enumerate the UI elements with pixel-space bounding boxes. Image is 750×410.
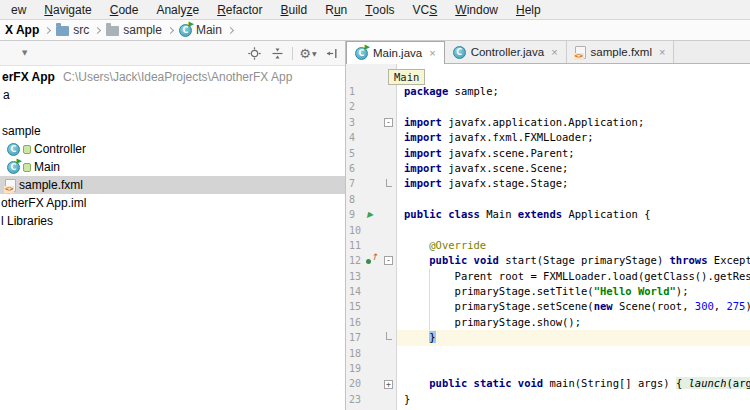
code-line[interactable]: 1package sample; xyxy=(346,84,750,99)
code-line[interactable]: 3-import javafx.application.Application; xyxy=(346,115,750,130)
code-line[interactable]: 6import javafx.scene.Scene; xyxy=(346,161,750,176)
code-line[interactable]: 4import javafx.fxml.FXMLLoader; xyxy=(346,130,750,145)
menu-run[interactable]: Run xyxy=(316,0,356,19)
locate-icon[interactable] xyxy=(246,45,262,61)
code-line[interactable]: 5import javafx.scene.Parent; xyxy=(346,146,750,161)
code-line[interactable]: 19 xyxy=(346,361,750,376)
code-line[interactable]: 2 xyxy=(346,99,750,114)
menu-tools[interactable]: Tools xyxy=(356,0,403,19)
project-dropdown-caret-icon[interactable]: ▼ xyxy=(22,49,27,57)
project-path: C:\Users\Jack\IdeaProjects\AnotherFX App xyxy=(63,70,292,84)
close-icon[interactable]: × xyxy=(551,47,557,57)
fxml-file-icon xyxy=(5,179,16,192)
code-line[interactable]: 14 primaryStage.setTitle("Hello World"); xyxy=(346,284,750,299)
code-line[interactable]: 17 } xyxy=(346,330,750,345)
gear-glyph: ⚙ xyxy=(299,46,311,61)
nav-item-x-app[interactable]: X App xyxy=(3,23,41,37)
gutter-icon-cell xyxy=(363,330,380,345)
code-line[interactable]: 20+ public static void main(String[] arg… xyxy=(346,376,750,391)
breadcrumb-crumb-main[interactable]: Main xyxy=(388,69,425,85)
menu-window[interactable]: Window xyxy=(446,0,507,19)
gutter-icon-cell xyxy=(363,223,380,238)
code-line[interactable]: 10 xyxy=(346,223,750,238)
menu-vcs[interactable]: VCS xyxy=(404,0,447,19)
editor-tab-bar: Main.java×Controller.java×sample.fxml× xyxy=(346,41,750,64)
fold-cell xyxy=(380,361,397,376)
settings-icon[interactable]: ⚙▼ xyxy=(300,45,316,61)
menu-build[interactable]: Build xyxy=(272,0,317,19)
tree-item-a[interactable]: a xyxy=(0,86,345,104)
fold-collapse-icon[interactable]: - xyxy=(384,118,393,127)
tree-item-erfx-app[interactable]: erFX AppC:\Users\Jack\IdeaProjects\Anoth… xyxy=(0,68,345,86)
code-line[interactable]: 23} xyxy=(346,392,750,407)
hide-panel-icon[interactable] xyxy=(323,45,339,61)
nav-item-sample[interactable]: sample xyxy=(104,23,164,37)
tree-item-sample-fxml[interactable]: sample.fxml xyxy=(0,176,345,194)
fold-cell xyxy=(380,392,397,407)
tree-item-label: l Libraries xyxy=(1,214,53,228)
close-icon[interactable]: × xyxy=(659,47,665,57)
menu-help[interactable]: Help xyxy=(507,0,550,19)
editor-content[interactable]: Main 1package sample;23-import javafx.ap… xyxy=(346,64,750,410)
code-line[interactable]: 9▶public class Main extends Application … xyxy=(346,207,750,222)
run-icon[interactable]: ▶ xyxy=(367,210,373,219)
code-line[interactable]: 7import javafx.stage.Stage; xyxy=(346,176,750,191)
tree-item-otherfx-app-iml[interactable]: otherFX App.iml xyxy=(0,194,345,212)
code-text xyxy=(397,223,750,238)
code-line[interactable]: 13 Parent root = FXMLLoader.load(getClas… xyxy=(346,269,750,284)
tree-item-main[interactable]: Main xyxy=(0,158,345,176)
code-line[interactable]: 16 primaryStage.show(); xyxy=(346,315,750,330)
override-method-icon[interactable] xyxy=(365,255,378,266)
tree-item-l-libraries[interactable]: l Libraries xyxy=(0,212,345,230)
menu-code[interactable]: Code xyxy=(101,0,148,19)
nav-item-src[interactable]: src xyxy=(54,23,91,37)
tab-sample-fxml[interactable]: sample.fxml× xyxy=(567,41,675,63)
menu-refactor[interactable]: Refactor xyxy=(208,0,271,19)
nav-item-main[interactable]: Main xyxy=(177,23,224,37)
tab-main-java[interactable]: Main.java× xyxy=(346,41,445,64)
line-number: 12 xyxy=(346,253,363,268)
fold-cell xyxy=(380,84,397,99)
line-number: 16 xyxy=(346,315,363,330)
gutter-icon-cell xyxy=(363,161,380,176)
tree-item-sample[interactable]: sample xyxy=(0,122,345,140)
fold-expand-icon[interactable]: + xyxy=(384,380,393,389)
code-text xyxy=(397,192,750,207)
code-text: import javafx.fxml.FXMLLoader; xyxy=(397,130,750,145)
fold-cell xyxy=(380,346,397,361)
code-line[interactable]: 12- public void start(Stage primaryStage… xyxy=(346,253,750,268)
code-text: Parent root = FXMLLoader.load(getClass()… xyxy=(397,269,750,284)
nav-item-label: Main xyxy=(196,23,222,37)
menu-navigate[interactable]: Navigate xyxy=(35,0,100,19)
code-line[interactable]: 15 primaryStage.setScene(new Scene(root,… xyxy=(346,299,750,314)
tree-item-label: erFX App xyxy=(2,70,55,84)
tree-item-blank[interactable] xyxy=(0,104,345,122)
line-number: 10 xyxy=(346,223,363,238)
line-number: 1 xyxy=(346,84,363,99)
tree-item-label: Controller xyxy=(34,142,86,156)
code-text: public void start(Stage primaryStage) th… xyxy=(397,253,750,268)
menu-ew[interactable]: ew xyxy=(2,0,35,19)
tab-controller-java[interactable]: Controller.java× xyxy=(445,41,567,63)
editor-area: Main.java×Controller.java×sample.fxml× M… xyxy=(346,41,750,410)
line-number: 9 xyxy=(346,207,363,222)
code-line[interactable]: 11 @Override xyxy=(346,238,750,253)
nav-item-label: src xyxy=(73,23,89,37)
fold-cell xyxy=(380,223,397,238)
collapse-all-icon[interactable] xyxy=(269,45,285,61)
code-line[interactable]: 18 xyxy=(346,346,750,361)
nav-item-label: sample xyxy=(123,23,162,37)
line-number: 19 xyxy=(346,361,363,376)
fold-collapse-icon[interactable]: - xyxy=(384,256,393,265)
code-line[interactable]: 8 xyxy=(346,192,750,207)
line-number: 20 xyxy=(346,376,363,391)
close-icon[interactable]: × xyxy=(429,48,435,58)
menu-analyze[interactable]: Analyze xyxy=(147,0,208,19)
class-run-icon xyxy=(7,161,20,174)
fold-cell xyxy=(380,315,397,330)
ide-window: { "menu_bar": { "items": [ {"label": "ew… xyxy=(0,0,750,410)
code-text: public static void main(String[] args) {… xyxy=(397,376,750,391)
class-icon xyxy=(7,143,20,156)
gear-caret-icon: ▼ xyxy=(312,50,317,57)
tree-item-controller[interactable]: Controller xyxy=(0,140,345,158)
